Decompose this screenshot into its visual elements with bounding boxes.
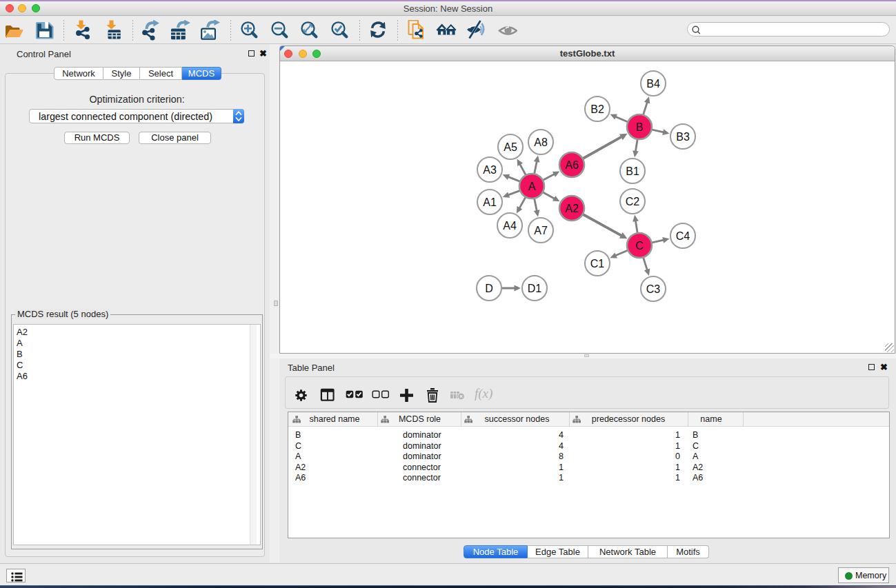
svg-text:A1: A1 bbox=[483, 196, 497, 208]
svg-text:A: A bbox=[528, 181, 536, 192]
svg-text:C2: C2 bbox=[626, 196, 640, 207]
svg-text:B3: B3 bbox=[676, 131, 690, 143]
svg-text:A4: A4 bbox=[503, 220, 517, 232]
svg-text:B: B bbox=[636, 121, 644, 133]
svg-text:C1: C1 bbox=[590, 258, 605, 270]
svg-text:A6: A6 bbox=[565, 159, 579, 171]
svg-text:B4: B4 bbox=[646, 78, 660, 90]
svg-text:B2: B2 bbox=[590, 103, 604, 115]
svg-text:D: D bbox=[485, 283, 493, 294]
svg-text:B1: B1 bbox=[626, 165, 639, 177]
svg-text:A3: A3 bbox=[483, 164, 497, 176]
svg-text:A8: A8 bbox=[534, 136, 548, 148]
svg-text:C4: C4 bbox=[676, 230, 690, 242]
svg-text:D1: D1 bbox=[528, 283, 542, 294]
svg-text:C3: C3 bbox=[646, 283, 661, 295]
svg-text:A7: A7 bbox=[534, 225, 548, 236]
svg-text:C: C bbox=[635, 240, 644, 252]
svg-text:A2: A2 bbox=[565, 203, 579, 214]
svg-text:A5: A5 bbox=[504, 141, 517, 153]
